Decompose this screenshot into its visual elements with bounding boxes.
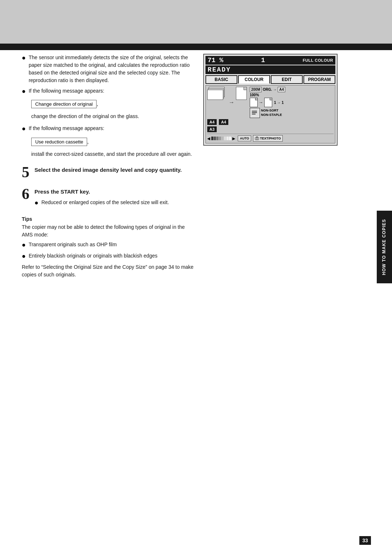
slider-seg-3 bbox=[216, 137, 219, 140]
tips-bullet-1: ● Transparent originals such as OHP film bbox=[22, 241, 196, 249]
right-tab-label: HOW TO MAKE COPIES bbox=[381, 219, 387, 275]
size-a4-label: A4 bbox=[207, 119, 217, 125]
bullet-dot-2: ● bbox=[22, 87, 26, 96]
single-page-icon bbox=[236, 87, 247, 118]
tab-edit[interactable]: EDIT bbox=[271, 75, 303, 84]
doc-icon-1 bbox=[250, 98, 258, 107]
tips-footer: Refer to “Selecting the Original Size an… bbox=[22, 263, 196, 279]
paper-stack-icon bbox=[207, 87, 227, 101]
svg-rect-0 bbox=[252, 111, 257, 112]
zoom-info-row: 200M ORG. → A4 bbox=[250, 87, 285, 92]
non-sort-label: NON-SORT NON-STAPLE bbox=[261, 109, 282, 117]
copy-arrow-icon: → bbox=[259, 100, 263, 105]
zoom-label: 200M bbox=[250, 87, 262, 92]
message-text-1: change the direction of the original on … bbox=[31, 113, 139, 119]
copy-ratio-label: 1 → 1 bbox=[274, 101, 284, 105]
tab-colour[interactable]: COLOUR bbox=[238, 75, 270, 84]
message-box-2-suffix: , bbox=[87, 139, 89, 145]
bullet-dot-1: ● bbox=[22, 54, 26, 62]
camera-icon bbox=[255, 136, 259, 141]
slider-seg-5 bbox=[221, 137, 224, 140]
step-6-bullet: ● Reduced or enlarged copies of the sele… bbox=[34, 199, 169, 207]
svg-rect-1 bbox=[252, 112, 257, 113]
slider-seg-7 bbox=[226, 137, 229, 140]
message-text-2: install the correct-sized cassette, and … bbox=[31, 151, 192, 157]
tab-basic[interactable]: BASIC bbox=[205, 75, 237, 84]
svg-rect-5 bbox=[256, 137, 258, 137]
org-arrow: ORG. → bbox=[263, 88, 277, 92]
auto-button[interactable]: AUTO bbox=[238, 135, 251, 141]
copier-display: 71 % 1 FULL COLOUR READY BASIC COLOUR ED… bbox=[203, 54, 338, 146]
display-right-info: 200M ORG. → A4 100% → bbox=[250, 87, 285, 118]
top-banner-dark bbox=[0, 44, 392, 50]
step-5-number: 5 bbox=[22, 165, 29, 180]
right-column: 71 % 1 FULL COLOUR READY BASIC COLOUR ED… bbox=[203, 54, 341, 146]
display-tabs: BASIC COLOUR EDIT PROGRAM bbox=[205, 75, 335, 84]
bullet-text-3: If the following message appears: bbox=[29, 125, 105, 132]
copy-mode-row: → 1 → 1 bbox=[250, 98, 285, 107]
step-6-bullet-text: Reduced or enlarged copies of the select… bbox=[41, 199, 169, 206]
top-banner bbox=[0, 0, 392, 44]
bullet-text-1: The sensor unit immediately detects the … bbox=[29, 54, 196, 84]
text-photo-button[interactable]: TEXT/PHOTO bbox=[253, 135, 282, 142]
bullet-dot-3: ● bbox=[22, 125, 26, 133]
tips-bullet-dot-1: ● bbox=[22, 241, 26, 249]
paper-arrow-icon: → bbox=[229, 87, 234, 118]
sort-svg bbox=[251, 109, 258, 117]
display-row3: A3 bbox=[207, 126, 334, 132]
tips-intro: The copier may not be able to detect the… bbox=[22, 223, 196, 239]
tips-heading: Tips bbox=[22, 216, 196, 222]
tab-program[interactable]: PROGRAM bbox=[303, 75, 335, 84]
message-box-1: Change direction of original bbox=[31, 100, 97, 108]
slider-seg-8 bbox=[229, 137, 231, 140]
paper-stack-left bbox=[207, 87, 227, 118]
display-main-area: → 200M ORG. → A4 bbox=[205, 85, 335, 143]
svg-point-4 bbox=[256, 138, 258, 139]
ratio-display: 100% bbox=[250, 93, 285, 97]
org-size: A4 bbox=[278, 87, 285, 92]
display-full-colour: FULL COLOUR bbox=[303, 58, 333, 62]
step-6-text: Press the START key. bbox=[34, 188, 169, 196]
text-photo-label: TEXT/PHOTO bbox=[260, 137, 281, 140]
display-row2: A4 A4 bbox=[207, 119, 334, 125]
step-6-block: 6 Press the START key. ● Reduced or enla… bbox=[22, 188, 196, 210]
display-percent: 71 % bbox=[208, 57, 223, 64]
step-6-number: 6 bbox=[22, 186, 29, 202]
display-bottom-bar: ◀ ▶ AUTO bbox=[207, 134, 334, 142]
doc-icon-2 bbox=[264, 98, 272, 107]
slider-seg-6 bbox=[224, 137, 226, 140]
tips-bullet-text-1: Transparent originals such as OHP film bbox=[29, 241, 117, 248]
tips-bullet-2: ● Entirely blackish originals or origina… bbox=[22, 252, 196, 260]
slider-segments bbox=[211, 137, 231, 140]
page-number: 33 bbox=[359, 536, 371, 545]
step-5-text: Select the desired image density level a… bbox=[34, 166, 182, 174]
single-page bbox=[236, 87, 247, 100]
bullet-text-2: If the following message appears: bbox=[29, 87, 105, 95]
bullet-item-2: ● If the following message appears: bbox=[22, 87, 196, 96]
size-a4-label-2: A4 bbox=[219, 119, 228, 125]
bullet-item-3: ● If the following message appears: bbox=[22, 125, 196, 133]
step-5-block: 5 Select the desired image density level… bbox=[22, 166, 196, 180]
slider-left-arrow[interactable]: ◀ bbox=[207, 137, 210, 141]
display-row1: → 200M ORG. → A4 bbox=[207, 87, 334, 118]
step-6-bullet-dot: ● bbox=[34, 199, 38, 207]
display-ready: READY bbox=[205, 65, 335, 74]
tips-section: Tips The copier may not be able to detec… bbox=[22, 216, 196, 279]
left-column: ● The sensor unit immediately detects th… bbox=[22, 54, 196, 279]
display-top-bar: 71 % 1 FULL COLOUR bbox=[205, 56, 335, 65]
sort-icon bbox=[250, 108, 260, 118]
right-side-tab: HOW TO MAKE COPIES bbox=[377, 211, 392, 283]
message-box-2: Use reduction cassette bbox=[31, 138, 87, 146]
message-box-1-suffix: , bbox=[97, 101, 98, 107]
slider-seg-1 bbox=[211, 137, 213, 140]
slider-right-arrow[interactable]: ▶ bbox=[232, 137, 235, 141]
bullet-item-1: ● The sensor unit immediately detects th… bbox=[22, 54, 196, 84]
svg-rect-2 bbox=[252, 114, 256, 114]
slider-seg-2 bbox=[214, 137, 216, 140]
tips-bullet-dot-2: ● bbox=[22, 252, 26, 260]
tips-bullet-text-2: Entirely blackish originals or originals… bbox=[29, 252, 158, 260]
slider-seg-4 bbox=[219, 137, 221, 140]
size-a3-label: A3 bbox=[207, 126, 217, 132]
display-copies: 1 bbox=[261, 57, 265, 64]
sort-staple-row: NON-SORT NON-STAPLE bbox=[250, 108, 285, 118]
